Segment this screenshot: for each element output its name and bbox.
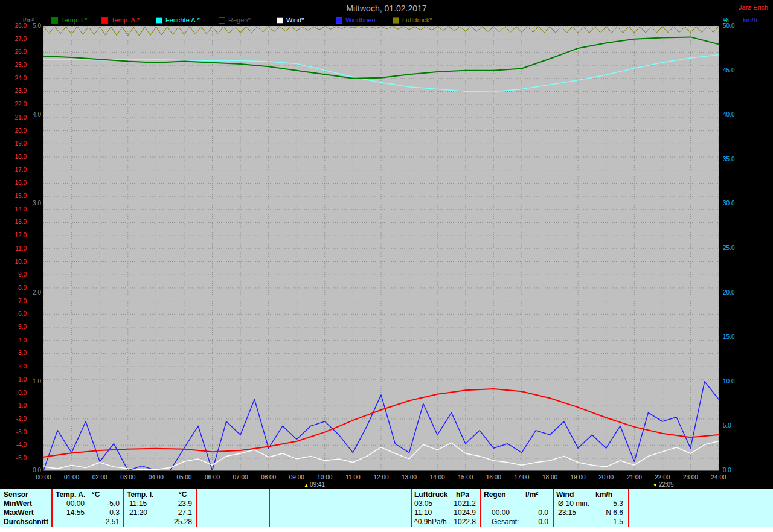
marker-arrow-icon: ▼ bbox=[653, 482, 658, 488]
y-axis-temp-label: 28.0 bbox=[2, 22, 27, 29]
y-axis-temp-label: 26.0 bbox=[2, 48, 27, 55]
y-axis-rain-label: 5.0 bbox=[28, 22, 41, 29]
stats-value: N 6.6 bbox=[569, 508, 623, 517]
legend-label: Feuchte A.* bbox=[165, 16, 200, 24]
marker-time: 22:05 bbox=[659, 481, 674, 488]
y-axis-temp-label: 12.0 bbox=[2, 232, 27, 239]
stats-row-header: Durchschnitt bbox=[4, 518, 48, 526]
stats-column-separator bbox=[123, 489, 124, 527]
stats-value: -2.51 bbox=[65, 518, 120, 526]
weather-station-window: Mittwoch, 01.02.2017 Jarz Erich °C l/m² … bbox=[0, 0, 773, 532]
chart-plot-area bbox=[43, 26, 719, 471]
x-axis-label: 02:00 bbox=[86, 474, 114, 481]
x-axis-label: 09:00 bbox=[283, 474, 310, 481]
legend-label: Temp. A.* bbox=[111, 16, 140, 24]
legend-label: Windböen bbox=[345, 16, 376, 24]
x-axis-label: 14:00 bbox=[423, 474, 451, 481]
y-axis-rain-label: 2.0 bbox=[28, 289, 41, 296]
stats-value: 1021.2 bbox=[422, 499, 476, 508]
stats-column-separator bbox=[628, 489, 629, 527]
legend-swatch-icon bbox=[101, 17, 108, 24]
x-axis-label: 05:00 bbox=[170, 474, 198, 481]
legend-swatch-icon bbox=[393, 17, 399, 24]
stats-column-separator bbox=[480, 489, 481, 527]
page-title: Mittwoch, 01.02.2017 bbox=[0, 4, 773, 13]
x-axis-label: 00:00 bbox=[30, 474, 57, 481]
chart-legend: Temp. I.*Temp. A.*Feuchte A.*Regen*Wind*… bbox=[0, 16, 773, 25]
legend-item-5: Windböen bbox=[336, 16, 376, 24]
time-marker-1: ▼22:05 bbox=[653, 481, 674, 488]
time-marker-0: ▲09:41 bbox=[304, 481, 325, 488]
y-axis-wind-label: 30.0 bbox=[723, 200, 747, 207]
x-axis-label: 22:00 bbox=[649, 474, 676, 481]
series-line-windböen bbox=[43, 382, 719, 470]
stats-col-name: Temp. A. bbox=[56, 490, 85, 499]
legend-label: Regen* bbox=[228, 16, 251, 24]
stats-col-name: Temp. I. bbox=[127, 490, 153, 499]
y-axis-temp-label: 2.0 bbox=[2, 363, 27, 370]
y-axis-temp-label: 10.0 bbox=[2, 258, 27, 265]
stats-col-unit: °C bbox=[179, 490, 187, 499]
y-axis-temp-label: 24.0 bbox=[2, 75, 27, 82]
x-axis-label: 19:00 bbox=[564, 474, 592, 481]
legend-swatch-icon bbox=[156, 17, 162, 24]
legend-swatch-icon bbox=[277, 17, 283, 24]
stats-col-unit: hPa bbox=[456, 490, 469, 499]
y-axis-temp-label: 27.0 bbox=[2, 36, 27, 42]
y-axis-temp-label: 20.0 bbox=[2, 127, 27, 134]
legend-item-0: Temp. I.* bbox=[51, 16, 87, 24]
x-axis-label: 16:00 bbox=[480, 474, 507, 481]
y-axis-temp-label: 0.0 bbox=[2, 389, 27, 396]
x-axis-label: 01:00 bbox=[58, 474, 86, 481]
chart-svg bbox=[43, 26, 719, 470]
legend-label: Wind* bbox=[286, 16, 304, 24]
stats-value: 25.28 bbox=[138, 518, 192, 526]
y-axis-temp-label: 4.0 bbox=[2, 337, 27, 344]
y-axis-wind-label: 10.0 bbox=[723, 378, 747, 385]
stats-table: SensorMinWertMaxWertDurchschnittTemp. A.… bbox=[0, 489, 773, 527]
y-axis-temp-label: -4.0 bbox=[2, 441, 27, 448]
y-axis-temp-label: 15.0 bbox=[2, 193, 27, 199]
y-axis-temp-label: 1.0 bbox=[2, 376, 27, 383]
x-axis-label: 15:00 bbox=[452, 474, 480, 481]
y-axis-temp-label: 6.0 bbox=[2, 310, 27, 317]
bottom-strip bbox=[0, 527, 773, 532]
y-axis-rain-label: 1.0 bbox=[28, 378, 41, 385]
stats-value: 0.0 bbox=[494, 508, 548, 517]
y-axis-temp-label: -3.0 bbox=[2, 429, 27, 435]
legend-label: Temp. I.* bbox=[61, 16, 87, 24]
stats-column-separator bbox=[411, 489, 412, 527]
legend-swatch-icon bbox=[51, 17, 58, 24]
stats-col-name: Luftdruck bbox=[414, 490, 447, 499]
y-axis-temp-label: 9.0 bbox=[2, 271, 27, 278]
stats-col-name: Wind bbox=[556, 490, 574, 499]
y-axis-temp-label: -5.0 bbox=[2, 455, 27, 461]
y-axis-temp-label: 18.0 bbox=[2, 153, 27, 160]
stats-value: 1022.8 bbox=[422, 518, 476, 526]
y-axis-wind-label: 25.0 bbox=[723, 245, 747, 251]
y-axis-temp-label: 14.0 bbox=[2, 206, 27, 213]
stats-value: 0.0 bbox=[494, 518, 548, 526]
y-axis-temp-label: 16.0 bbox=[2, 179, 27, 186]
legend-item-1: Temp. A.* bbox=[101, 16, 140, 24]
y-axis-temp-label: 21.0 bbox=[2, 114, 27, 121]
y-axis-temp-label: 17.0 bbox=[2, 167, 27, 173]
y-axis-temp-label: 5.0 bbox=[2, 324, 27, 330]
y-axis-temp-label: 23.0 bbox=[2, 88, 27, 94]
station-owner: Jarz Erich bbox=[739, 4, 768, 11]
y-axis-rain-label: 0.0 bbox=[28, 467, 41, 473]
x-axis-label: 21:00 bbox=[620, 474, 648, 481]
stats-value: 1.5 bbox=[569, 518, 623, 526]
legend-label: Luftdruck* bbox=[402, 16, 432, 24]
x-axis-label: 20:00 bbox=[592, 474, 620, 481]
stats-col-name: Regen bbox=[484, 490, 506, 499]
x-axis-label: 12:00 bbox=[367, 474, 395, 481]
y-axis-temp-label: -2.0 bbox=[2, 415, 27, 422]
y-axis-temp-label: 22.0 bbox=[2, 101, 27, 107]
stats-value: 27.1 bbox=[138, 508, 192, 517]
y-axis-temp-label: 8.0 bbox=[2, 284, 27, 291]
y-axis-wind-label: 0.0 bbox=[723, 467, 747, 473]
y-axis-wind-label: 40.0 bbox=[723, 111, 747, 118]
stats-col-unit: °C bbox=[92, 490, 100, 499]
stats-value: 23.9 bbox=[138, 499, 192, 508]
